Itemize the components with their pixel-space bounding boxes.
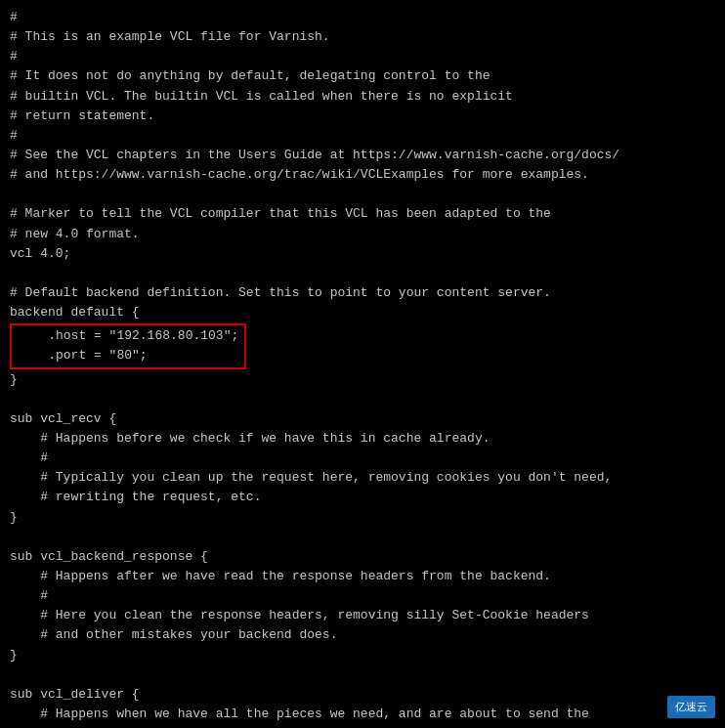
code-line-34 (10, 665, 715, 685)
code-line-18: .port = "80"; (18, 346, 238, 365)
code-line-22: # Happens before we check if we have thi… (10, 429, 715, 449)
code-line-33: } (10, 646, 715, 665)
code-line-29: # Happens after we have read the respons… (10, 567, 715, 586)
code-line-31: # Here you clean the response headers, r… (10, 606, 715, 625)
code-line-4: # It does not do anything by default, de… (10, 66, 715, 86)
code-line-15: # Default backend definition. Set this t… (10, 283, 715, 303)
code-line-30: # (10, 586, 715, 606)
code-line-35: sub vcl_deliver { (10, 685, 715, 705)
code-line-26: } (10, 508, 715, 528)
code-line-27 (10, 528, 715, 547)
code-line-10 (10, 185, 715, 204)
code-line-5: # builtin VCL. The builtin VCL is called… (10, 87, 715, 107)
code-line-3: # (10, 47, 715, 66)
code-line-11: # Marker to tell the VCL compiler that t… (10, 204, 715, 224)
code-line-32: # and other mistakes your backend does. (10, 625, 715, 645)
code-line-37: # response to the client. (10, 724, 715, 728)
code-line-7: # (10, 126, 715, 146)
code-line-8: # See the VCL chapters in the Users Guid… (10, 146, 715, 165)
code-line-9: # and https://www.varnish-cache.org/trac… (10, 165, 715, 185)
code-line-21: sub vcl_recv { (10, 409, 715, 429)
code-line-1: # (10, 8, 715, 27)
code-line-24: # Typically you clean up the request her… (10, 468, 715, 488)
code-line-23: # (10, 449, 715, 468)
code-line-12: # new 4.0 format. (10, 225, 715, 244)
code-line-19: } (10, 370, 715, 390)
code-line-25: # rewriting the request, etc. (10, 488, 715, 507)
code-line-2: # This is an example VCL file for Varnis… (10, 27, 715, 47)
code-line-14 (10, 264, 715, 283)
code-editor: # # This is an example VCL file for Varn… (0, 0, 725, 728)
highlighted-block: .host = "192.168.80.103"; .port = "80"; (10, 323, 246, 368)
code-line-6: # return statement. (10, 107, 715, 126)
watermark: 亿速云 (667, 696, 715, 718)
code-line-28: sub vcl_backend_response { (10, 547, 715, 567)
code-line-17: .host = "192.168.80.103"; (18, 326, 238, 346)
code-line-13: vcl 4.0; (10, 244, 715, 264)
code-line-16: backend default { (10, 303, 715, 322)
code-line-20 (10, 390, 715, 409)
code-line-36: # Happens when we have all the pieces we… (10, 705, 715, 724)
